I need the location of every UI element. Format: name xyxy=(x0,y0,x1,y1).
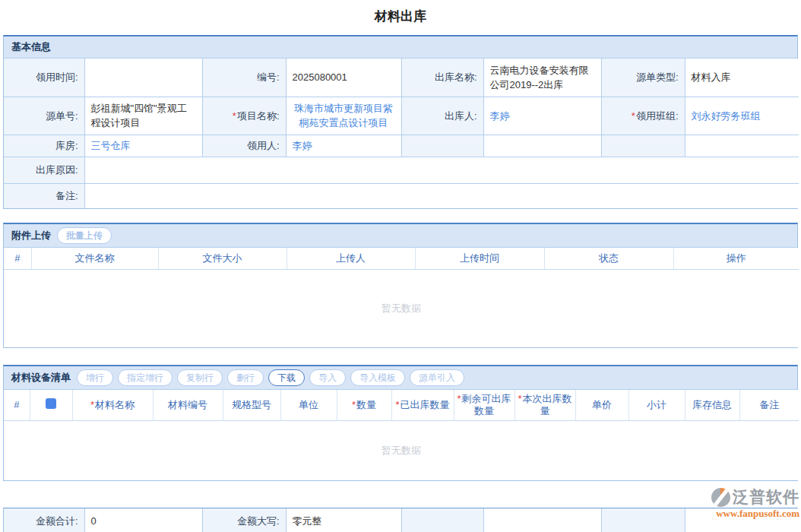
materials-empty-text: 暂无数据 xyxy=(4,421,799,480)
materials-section: 材料设备清单 增行 指定增行 复制行 删行 下载 导入 导入模板 源单引入 # … xyxy=(3,365,798,481)
label-warehouse: 库房: xyxy=(4,135,84,157)
team-link[interactable]: 刘永好劳务班组 xyxy=(692,110,761,122)
basic-info-section: 基本信息 领用时间: 编号: 2025080001 出库名称: 云南电力设备安装… xyxy=(3,35,798,209)
value-outbound-name: 云南电力设备安装有限公司2019--2出库 xyxy=(483,59,601,97)
materials-col-remaining-quantity-text: 剩余可出库数量 xyxy=(462,393,511,416)
fanpu-brand-text: 泛普软件 xyxy=(733,486,799,508)
amount-total-label: 金额合计: xyxy=(4,508,84,532)
materials-toolbar: 增行 指定增行 复制行 删行 下载 导入 导入模板 源单引入 xyxy=(77,369,464,386)
label-source-number: 源单号: xyxy=(4,97,84,135)
empty-label-cell xyxy=(401,508,483,532)
materials-col-current-outbound-quantity-text: 本次出库数量 xyxy=(523,393,572,416)
label-recipient: 领用人: xyxy=(202,135,286,157)
materials-table: # *材料名称 材料编号 规格型号 单位 *数量 *已出库数量 *剩余可出库数量… xyxy=(4,390,799,480)
materials-col-stock-info: 库存信息 xyxy=(685,390,739,421)
label-number: 编号: xyxy=(202,59,286,97)
delete-row-button[interactable]: 删行 xyxy=(227,369,264,386)
materials-col-issued-quantity-text: 已出库数量 xyxy=(400,399,450,410)
attachment-col-file-name: 文件名称 xyxy=(31,248,158,269)
basic-info-table: 领用时间: 编号: 2025080001 出库名称: 云南电力设备安装有限公司2… xyxy=(4,59,799,208)
attachment-col-index: # xyxy=(4,248,31,269)
empty-value-cell xyxy=(483,508,601,532)
value-source-type: 材料入库 xyxy=(685,59,799,97)
summary-table: 金额合计: 0 金额大写: 零元整 xyxy=(4,508,799,532)
materials-col-remaining-quantity: *剩余可出库数量 xyxy=(454,390,514,421)
amount-words-label: 金额大写: xyxy=(202,508,286,532)
recipient-link[interactable]: 李婷 xyxy=(293,140,312,151)
import-button[interactable]: 导入 xyxy=(309,369,346,386)
empty-label-cell xyxy=(401,135,483,157)
label-team-text: 领用班组: xyxy=(636,110,679,122)
materials-col-select xyxy=(30,390,72,421)
materials-col-current-outbound-quantity: *本次出库数量 xyxy=(514,390,575,421)
summary-section: 金额合计: 0 金额大写: 零元整 xyxy=(3,508,798,532)
value-reason xyxy=(84,157,799,183)
materials-col-material-code: 材料编号 xyxy=(153,390,223,421)
fanpu-logo-icon xyxy=(711,488,730,507)
issuer-link[interactable]: 李婷 xyxy=(490,110,510,122)
amount-words-value: 零元整 xyxy=(286,508,401,532)
copy-row-button[interactable]: 复制行 xyxy=(177,369,223,386)
attachment-section-title: 附件上传 xyxy=(11,228,51,243)
label-project-name: *项目名称: xyxy=(202,97,286,135)
empty-label-cell xyxy=(601,508,685,532)
materials-col-material-name: *材料名称 xyxy=(72,390,153,421)
attachment-col-file-size: 文件大小 xyxy=(158,248,287,269)
import-template-button[interactable]: 导入模板 xyxy=(350,369,405,386)
basic-info-section-title: 基本信息 xyxy=(4,36,797,59)
attachment-col-status: 状态 xyxy=(544,248,673,269)
label-outbound-name: 出库名称: xyxy=(401,59,483,97)
value-number: 2025080001 xyxy=(286,59,401,97)
required-marker: * xyxy=(90,399,94,410)
value-source-number: 彭祖新城"四馆"景观工程设计项目 xyxy=(84,97,202,135)
required-marker: * xyxy=(395,399,399,410)
label-team: *领用班组: xyxy=(601,97,685,135)
page-title: 材料出库 xyxy=(0,0,801,35)
empty-value-cell xyxy=(685,508,799,532)
materials-col-index: # xyxy=(4,390,30,421)
attachment-section: 附件上传 批量上传 # 文件名称 文件大小 上传人 上传时间 状态 操作 暂无数… xyxy=(3,223,798,348)
materials-col-remark: 备注 xyxy=(739,390,799,421)
materials-col-unit: 单位 xyxy=(280,390,337,421)
materials-col-spec-model: 规格型号 xyxy=(223,390,280,421)
value-requisition-time xyxy=(84,59,202,97)
label-requisition-time: 领用时间: xyxy=(4,59,84,97)
attachment-empty-text: 暂无数据 xyxy=(4,269,799,347)
label-source-type: 源单类型: xyxy=(601,59,685,97)
materials-col-subtotal: 小计 xyxy=(628,390,685,421)
add-row-button[interactable]: 增行 xyxy=(77,369,113,386)
required-marker: * xyxy=(352,399,356,410)
materials-col-quantity: *数量 xyxy=(337,390,391,421)
batch-upload-button[interactable]: 批量上传 xyxy=(57,227,112,244)
attachment-col-actions: 操作 xyxy=(673,248,799,269)
empty-label-cell xyxy=(601,135,685,157)
label-project-name-text: 项目名称: xyxy=(237,110,280,122)
label-issuer: 出库人: xyxy=(401,97,483,135)
label-reason: 出库原因: xyxy=(4,157,84,183)
required-marker: * xyxy=(632,110,635,122)
materials-col-quantity-text: 数量 xyxy=(356,399,376,410)
project-name-link[interactable]: 珠海市城市更新项目紫桐苑安置点设计项目 xyxy=(294,103,393,128)
assigned-add-row-button[interactable]: 指定增行 xyxy=(118,369,173,386)
select-all-checkbox[interactable] xyxy=(46,398,56,409)
required-marker: * xyxy=(518,393,521,404)
attachment-col-uploader: 上传人 xyxy=(287,248,415,269)
required-marker: * xyxy=(233,110,236,122)
required-marker: * xyxy=(457,393,461,404)
materials-section-title: 材料设备清单 xyxy=(11,370,71,385)
materials-col-issued-quantity: *已出库数量 xyxy=(391,390,454,421)
download-button[interactable]: 下载 xyxy=(268,369,305,386)
materials-col-unit-price: 单价 xyxy=(575,390,628,421)
attachment-col-upload-time: 上传时间 xyxy=(415,248,544,269)
label-remark: 备注: xyxy=(4,183,84,208)
value-remark xyxy=(84,183,799,208)
amount-total-value: 0 xyxy=(84,508,202,532)
materials-col-material-name-text: 材料名称 xyxy=(95,399,135,410)
source-import-button[interactable]: 源单引入 xyxy=(410,369,464,386)
warehouse-link[interactable]: 三号仓库 xyxy=(91,140,131,151)
empty-value-cell xyxy=(685,135,799,157)
attachment-table: # 文件名称 文件大小 上传人 上传时间 状态 操作 暂无数据 xyxy=(4,248,799,347)
empty-value-cell xyxy=(483,135,601,157)
